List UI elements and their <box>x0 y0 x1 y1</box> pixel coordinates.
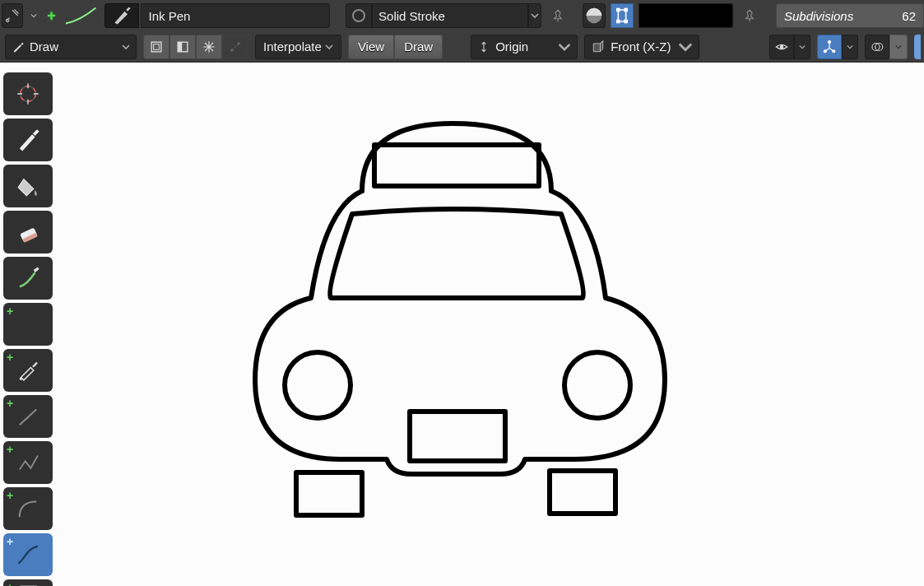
interpolate-menu[interactable]: Interpolate <box>255 35 341 59</box>
eyedropper-tool[interactable]: + <box>3 349 53 392</box>
fill-tool[interactable] <box>3 165 53 207</box>
view-button[interactable]: View <box>348 35 394 59</box>
svg-point-26 <box>564 352 630 418</box>
svg-rect-6 <box>151 42 161 52</box>
svg-point-15 <box>833 49 835 52</box>
material-dropdown[interactable] <box>528 3 541 28</box>
subdivisions-value: 62 <box>902 9 916 23</box>
overlay-toggle-button[interactable] <box>865 35 889 59</box>
draw-button[interactable]: Draw <box>394 35 443 59</box>
material-selector[interactable]: Solid Stroke <box>346 3 541 28</box>
svg-rect-28 <box>296 472 362 515</box>
brush-settings-dropdown[interactable] <box>28 3 39 28</box>
tint-tool[interactable] <box>3 257 53 300</box>
subdivisions-label: Subdivisions <box>784 9 853 23</box>
svg-point-11 <box>238 42 240 44</box>
pin-color-button[interactable] <box>738 3 761 28</box>
header-right-cluster <box>769 35 924 59</box>
svg-point-12 <box>780 44 784 49</box>
draw-plane-selector[interactable]: Front (X-Z) <box>584 35 699 59</box>
curve-tool[interactable]: + <box>3 533 53 576</box>
select-star-toggle[interactable] <box>196 35 222 59</box>
visibility-eye-button[interactable] <box>769 35 794 59</box>
left-toolbar: + + + + + + + <box>3 72 53 586</box>
select-box-toggle[interactable] <box>143 35 169 59</box>
svg-rect-27 <box>410 412 505 461</box>
gizmo-toggle-button[interactable] <box>817 35 842 59</box>
brush-settings-button[interactable] <box>2 3 23 28</box>
material-swatch <box>346 3 372 28</box>
svg-rect-24 <box>374 145 539 186</box>
xray-toggle-partial[interactable] <box>914 35 921 59</box>
select-toggle-cluster <box>143 35 248 59</box>
subdivisions-field[interactable]: Subdivisions 62 <box>776 3 924 28</box>
erase-tool[interactable] <box>3 211 53 253</box>
gizmo-dropdown[interactable] <box>842 35 858 59</box>
line-tool[interactable]: + <box>3 395 53 438</box>
cutter-tool[interactable]: + <box>3 303 53 346</box>
svg-point-14 <box>824 49 826 52</box>
header-row-1: + Ink Pen Solid Stroke <box>0 0 924 31</box>
cursor-tool[interactable] <box>3 72 53 115</box>
view-draw-toggle: View Draw <box>348 35 443 59</box>
select-edge-toggle[interactable] <box>169 35 196 59</box>
svg-rect-9 <box>178 42 182 52</box>
pin-material-button[interactable] <box>546 3 569 28</box>
select-path-toggle[interactable] <box>222 35 248 59</box>
svg-point-25 <box>285 352 351 418</box>
stroke-color-field[interactable] <box>638 3 733 28</box>
svg-point-13 <box>829 40 831 43</box>
sphere-mode-button[interactable] <box>583 3 606 28</box>
mode-label: Draw <box>30 40 117 53</box>
header-row-2: Draw Interpolate View Draw Origin <box>0 31 924 63</box>
brush-selector[interactable]: Ink Pen <box>104 3 330 28</box>
svg-point-22 <box>20 378 22 380</box>
overlay-dropdown[interactable] <box>889 35 908 59</box>
mode-selector[interactable]: Draw <box>5 35 137 59</box>
brush-name-field[interactable]: Ink Pen <box>141 3 330 28</box>
brush-icon <box>104 3 139 28</box>
arc-tool[interactable]: + <box>3 487 53 530</box>
visibility-dropdown[interactable] <box>794 35 810 59</box>
material-name-field[interactable]: Solid Stroke <box>372 3 528 28</box>
polyline-tool[interactable]: + <box>3 441 53 484</box>
box-tool[interactable]: + <box>3 579 53 586</box>
svg-rect-7 <box>154 44 160 49</box>
svg-rect-29 <box>550 471 615 514</box>
vertex-color-mode-button[interactable] <box>611 3 634 28</box>
draw-tool[interactable] <box>3 119 53 161</box>
stroke-origin-selector[interactable]: Origin <box>471 35 578 59</box>
stroke-preview <box>64 3 100 28</box>
add-brush-button[interactable]: + <box>44 3 59 28</box>
car-drawing <box>247 117 675 528</box>
